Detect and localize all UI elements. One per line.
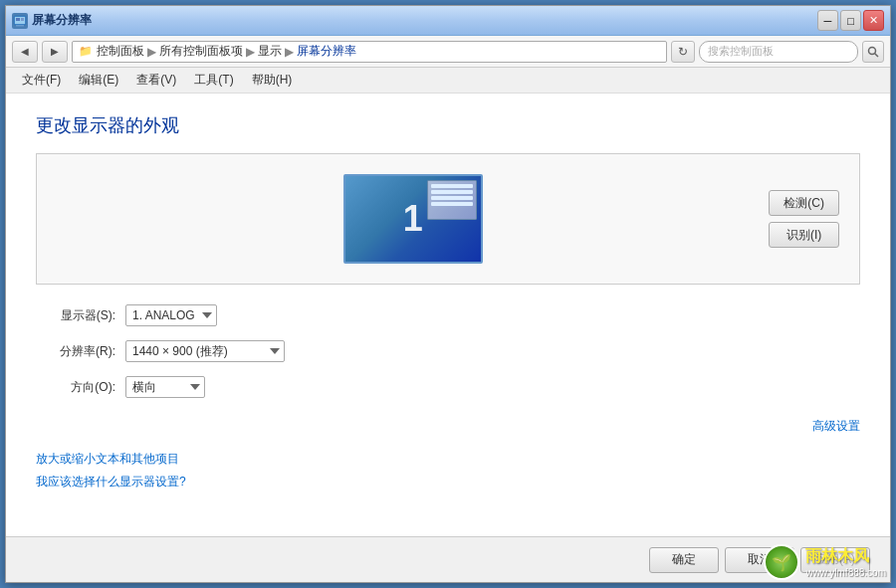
monitor-buttons: 检测(C) 识别(I) (769, 190, 839, 248)
watermark-url: www.ylmf888.com (805, 567, 886, 578)
form-section: 显示器(S): 1. ANALOG 分辨率(R): 1440 × 900 (推荐… (36, 304, 860, 398)
direction-label: 方向(O): (36, 379, 125, 396)
menu-view[interactable]: 查看(V) (128, 69, 184, 92)
menu-edit[interactable]: 编辑(E) (71, 69, 126, 92)
addressbar: ◀ ▶ 📁 控制面板 ▶ 所有控制面板项 ▶ 显示 ▶ 屏幕分辨率 ↻ 搜索控制… (6, 36, 890, 68)
display-select[interactable]: 1. ANALOG (125, 304, 217, 326)
search-icon (867, 46, 879, 58)
search-button[interactable] (862, 41, 884, 63)
resolution-select[interactable]: 1440 × 900 (推荐) (125, 340, 285, 362)
menubar: 文件(F) 编辑(E) 查看(V) 工具(T) 帮助(H) (6, 68, 890, 94)
link-section: 放大或缩小文本和其他项目 我应该选择什么显示器设置? (36, 451, 860, 490)
watermark-text: 雨林木风 www.ylmf888.com (805, 546, 886, 578)
page-title: 更改显示器的外观 (36, 113, 860, 137)
watermark-name: 雨林木风 (805, 546, 869, 567)
watermark-logo: 🌱 (764, 544, 799, 580)
svg-rect-3 (16, 18, 20, 21)
resolution-label: 分辨率(R): (36, 343, 125, 360)
svg-line-6 (875, 53, 879, 57)
close-button[interactable]: ✕ (863, 10, 884, 31)
breadcrumb-item[interactable]: 屏幕分辨率 (297, 43, 356, 60)
ok-button[interactable]: 确定 (649, 547, 719, 573)
watermark: 🌱 雨林木风 www.ylmf888.com (764, 544, 886, 580)
breadcrumb-item[interactable]: 所有控制面板项 (159, 43, 243, 60)
text-size-link[interactable]: 放大或缩小文本和其他项目 (36, 451, 860, 468)
monitor-overlay (427, 180, 477, 220)
refresh-button[interactable]: ↻ (671, 41, 695, 63)
display-settings-link[interactable]: 我应该选择什么显示器设置? (36, 474, 860, 490)
content-area: 更改显示器的外观 1 检测(C) 识别(I) (6, 94, 890, 536)
titlebar-controls: ─ □ ✕ (817, 10, 884, 31)
advanced-settings-link[interactable]: 高级设置 (36, 418, 860, 435)
search-box[interactable]: 搜索控制面板 (699, 41, 858, 63)
overlay-line (431, 190, 473, 194)
detect-button[interactable]: 检测(C) (769, 190, 839, 216)
breadcrumb-item[interactable]: 显示 (258, 43, 282, 60)
display-control: 1. ANALOG (125, 304, 217, 326)
monitor-number: 1 (403, 198, 423, 240)
menu-file[interactable]: 文件(F) (14, 69, 69, 92)
address-path: 📁 控制面板 ▶ 所有控制面板项 ▶ 显示 ▶ 屏幕分辨率 (72, 41, 667, 63)
monitor-section: 1 检测(C) 识别(I) (36, 153, 860, 285)
identify-button[interactable]: 识别(I) (769, 222, 839, 248)
resolution-control: 1440 × 900 (推荐) (125, 340, 285, 362)
svg-rect-1 (16, 25, 24, 27)
monitor-visual: 1 (343, 174, 483, 264)
titlebar: 屏幕分辨率 ─ □ ✕ (6, 6, 890, 36)
titlebar-icon (12, 13, 28, 29)
resolution-row: 分辨率(R): 1440 × 900 (推荐) (36, 340, 860, 362)
overlay-line (431, 184, 473, 188)
bottom-bar: 确定 取消 应用(A) (6, 536, 890, 582)
maximize-button[interactable]: □ (840, 10, 861, 31)
svg-point-5 (869, 47, 876, 54)
search-placeholder: 搜索控制面板 (708, 44, 774, 59)
minimize-button[interactable]: ─ (817, 10, 838, 31)
main-window: 屏幕分辨率 ─ □ ✕ ◀ ▶ 📁 控制面板 ▶ 所有控制面板项 ▶ 显示 ▶ … (5, 5, 891, 583)
direction-control: 横向 (125, 376, 205, 398)
overlay-line (431, 202, 473, 206)
menu-help[interactable]: 帮助(H) (244, 69, 301, 92)
forward-button[interactable]: ▶ (42, 41, 68, 63)
direction-row: 方向(O): 横向 (36, 376, 860, 398)
monitor-display: 1 (57, 174, 769, 264)
titlebar-left: 屏幕分辨率 (12, 12, 92, 29)
direction-select[interactable]: 横向 (125, 376, 205, 398)
display-row: 显示器(S): 1. ANALOG (36, 304, 860, 326)
svg-rect-4 (21, 18, 24, 21)
overlay-line (431, 196, 473, 200)
display-label: 显示器(S): (36, 307, 125, 324)
back-button[interactable]: ◀ (12, 41, 38, 63)
breadcrumb-item[interactable]: 控制面板 (97, 43, 144, 60)
menu-tools[interactable]: 工具(T) (186, 69, 241, 92)
titlebar-title: 屏幕分辨率 (32, 12, 92, 29)
